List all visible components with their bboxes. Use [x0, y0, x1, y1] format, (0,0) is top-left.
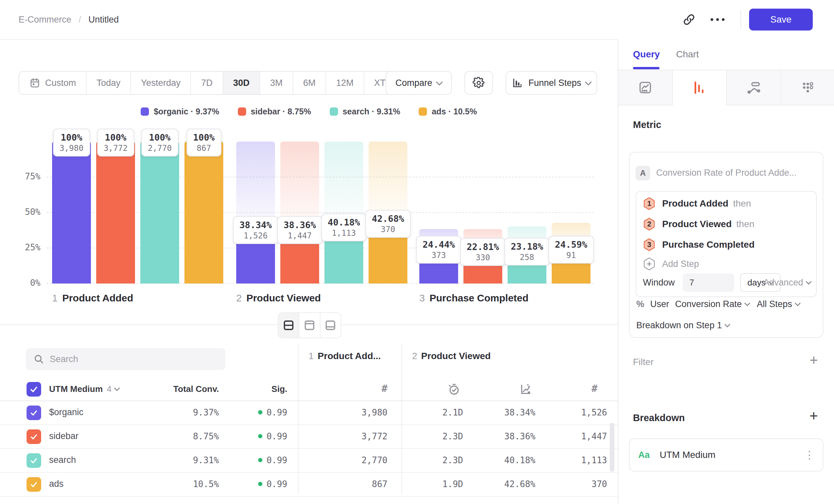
funnel-bar[interactable]: 38.34%1,526: [236, 142, 275, 283]
compare-button[interactable]: Compare: [386, 71, 452, 95]
funnel-bar[interactable]: 100%2,770: [140, 142, 179, 283]
breakdown-item[interactable]: Aa UTM Medium ⋮: [629, 438, 824, 472]
measure-scope-label: All Steps: [757, 299, 792, 310]
range-12m[interactable]: 12M: [326, 72, 364, 94]
breadcrumb-root[interactable]: E-Commerce: [19, 15, 71, 25]
add-step-button[interactable]: + Add Step: [643, 257, 699, 271]
range-3m[interactable]: 3M: [260, 72, 293, 94]
step-labels: 1Product Added2Product Viewed3Purchase C…: [0, 293, 618, 307]
group-column-header[interactable]: UTM Medium 4: [49, 384, 119, 394]
funnel-bar-solid: [52, 142, 91, 283]
tab-funnel-chart[interactable]: [673, 70, 727, 106]
kebab-menu-icon[interactable]: ⋮: [804, 449, 815, 461]
select-all-checkbox[interactable]: [26, 382, 41, 396]
chevron-down-icon: [794, 300, 800, 306]
funnel-bar[interactable]: 100%3,980: [52, 142, 91, 283]
link-icon: [682, 13, 696, 26]
table-row[interactable]: ads10.5%0.998671.9D42.68%370: [0, 473, 618, 497]
funnel-steps-card: 1Product Addedthen2Product Viewedthen3Pu…: [636, 191, 817, 297]
table-row[interactable]: sidebar8.75%0.993,7722.3D38.36%1,447: [0, 425, 618, 449]
row-checkbox[interactable]: [26, 453, 41, 468]
sig-value: 0.99: [258, 455, 287, 465]
sig-dot: [258, 434, 262, 438]
more-menu-button[interactable]: [706, 0, 729, 39]
legend-item[interactable]: sidebar · 8.75%: [238, 107, 311, 116]
conversion-rate-icon[interactable]: %: [519, 383, 532, 396]
tab-data-table[interactable]: [781, 70, 834, 106]
step2-time: 2.3D: [442, 455, 463, 465]
measure-scope-dropdown[interactable]: All Steps: [757, 299, 800, 310]
window-value-input[interactable]: 7: [683, 273, 734, 292]
tab-chart[interactable]: Chart: [676, 49, 699, 60]
layout-table-button[interactable]: [321, 313, 341, 338]
range-today[interactable]: Today: [87, 72, 131, 94]
legend-item[interactable]: $organic · 9.37%: [141, 107, 219, 116]
funnel-bar[interactable]: 24.59%91: [552, 142, 591, 283]
funnel-bar[interactable]: 40.18%1,113: [325, 142, 363, 283]
compare-label: Compare: [395, 78, 432, 88]
total-conv-value: 10.5%: [193, 479, 219, 489]
add-filter-button[interactable]: +: [809, 354, 818, 366]
legend-item[interactable]: search · 9.31%: [330, 107, 400, 116]
step-then-label: then: [733, 198, 751, 209]
funnel-bar[interactable]: 100%867: [184, 142, 223, 283]
search-input[interactable]: Search: [26, 348, 225, 370]
legend-label: ads · 10.5%: [432, 107, 477, 116]
measure-entity[interactable]: User: [650, 299, 669, 310]
funnel-bar[interactable]: 42.68%370: [369, 142, 408, 283]
range-6m[interactable]: 6M: [293, 72, 326, 94]
layout-toggle: [278, 312, 342, 338]
funnel-bar[interactable]: 100%3,772: [96, 142, 135, 283]
funnel-bar[interactable]: 24.44%373: [419, 142, 458, 283]
range-yesterday[interactable]: Yesterday: [131, 72, 191, 94]
step-event-name: Product Added: [662, 198, 728, 209]
breadcrumb-current[interactable]: Untitled: [89, 15, 119, 25]
filter-heading: Filter: [633, 357, 654, 367]
legend-label: sidebar · 8.75%: [251, 107, 311, 116]
query-step-2[interactable]: 2Product Viewedthen: [643, 217, 754, 231]
search-placeholder: Search: [50, 354, 78, 364]
save-button[interactable]: Save: [749, 8, 813, 30]
layout-chart-button[interactable]: [299, 313, 320, 338]
breakdown-on-step-dropdown[interactable]: Breakdown on Step 1: [636, 320, 729, 330]
table-row[interactable]: search9.31%0.992,7702.3D40.18%1,113: [0, 449, 618, 473]
row-checkbox[interactable]: [26, 429, 41, 444]
conversion-window: Window 7 days Advanced: [643, 273, 811, 292]
topbar-divider: [741, 10, 741, 28]
add-breakdown-button[interactable]: +: [809, 410, 818, 422]
advanced-toggle[interactable]: Advanced: [763, 277, 811, 288]
count-icon[interactable]: #: [381, 383, 388, 394]
funnel-chart: 100%3,980100%3,772100%2,770100%86738.34%…: [0, 142, 618, 283]
chart-settings-button[interactable]: [464, 71, 493, 95]
funnel-bar[interactable]: 23.18%258: [508, 142, 546, 283]
table-row[interactable]: $organic9.37%0.993,9802.1D38.34%1,526: [0, 401, 618, 425]
layout-split-button[interactable]: [278, 313, 299, 338]
range-30d[interactable]: 30D: [223, 72, 260, 94]
row-checkbox[interactable]: [26, 406, 41, 420]
total-conv-header[interactable]: Total Conv.: [173, 384, 219, 394]
metric-title[interactable]: Conversion Rate of Product Adde...: [656, 168, 796, 178]
funnel-bar-solid: [184, 142, 223, 283]
tab-journey-chart[interactable]: [727, 70, 781, 106]
funnel-bar[interactable]: 22.81%330: [463, 142, 502, 283]
time-to-convert-icon[interactable]: [447, 383, 460, 396]
calendar-icon: [29, 77, 41, 89]
chart-type-dropdown[interactable]: Funnel Steps: [506, 71, 597, 95]
tab-query[interactable]: Query: [633, 49, 660, 60]
share-link-button[interactable]: [677, 0, 701, 39]
sig-header[interactable]: Sig.: [271, 384, 287, 394]
tab-line-chart[interactable]: [618, 70, 673, 106]
bar-value-label: 24.44%373: [416, 236, 462, 264]
step2-time: 1.9D: [442, 479, 463, 489]
table-scrollbar[interactable]: [610, 423, 614, 472]
row-checkbox[interactable]: [26, 477, 41, 492]
query-step-3[interactable]: 3Purchase Completed: [643, 237, 755, 252]
funnel-bar[interactable]: 38.36%1,447: [280, 142, 319, 283]
range-7d[interactable]: 7D: [191, 72, 223, 94]
count-icon[interactable]: #: [592, 383, 597, 394]
query-step-1[interactable]: 1Product Addedthen: [643, 196, 751, 211]
legend-item[interactable]: ads · 10.5%: [419, 107, 477, 116]
range-custom[interactable]: Custom: [19, 72, 87, 94]
measure-metric-dropdown[interactable]: Conversion Rate: [675, 299, 749, 310]
metric-badge: A: [636, 166, 650, 180]
